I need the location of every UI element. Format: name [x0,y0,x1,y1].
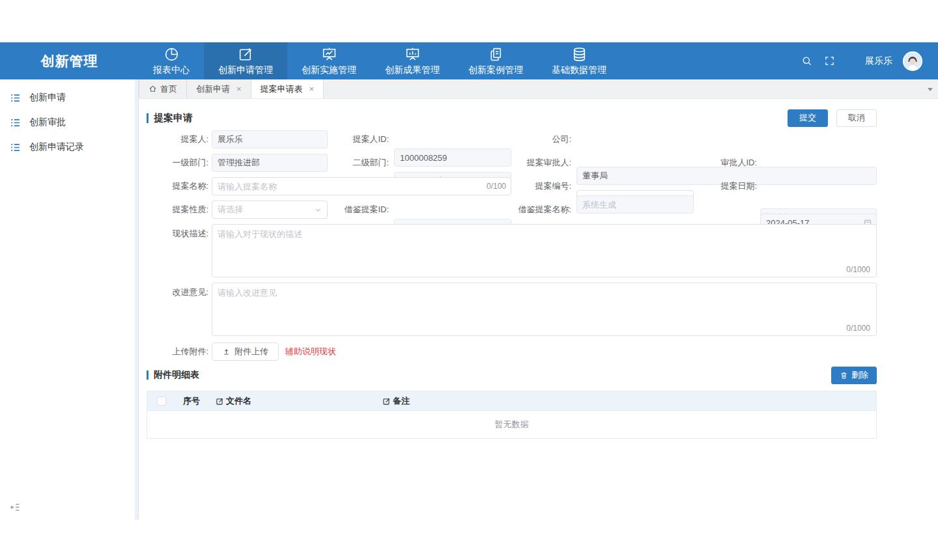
nav-item-label: 创新案例管理 [468,64,523,76]
close-icon[interactable]: × [236,85,242,93]
app-title: 创新管理 [0,42,139,79]
sidebar-item-label: 创新申请记录 [29,141,84,153]
nav-item-innovation-case-mgmt[interactable]: 创新案例管理 [454,42,537,79]
dept2-label: 二级部门: [285,154,389,172]
database-icon [571,46,588,63]
chart-line-board-icon [321,46,337,63]
company-label: 公司: [472,130,571,148]
documents-icon [488,46,504,63]
tab-bar: 首页 创新申请 × 提案申请表 × [139,79,938,99]
pie-chart-icon [163,46,180,63]
proposer-label: 提案人: [147,130,208,148]
edit-icon [382,397,391,406]
list-icon [10,117,21,128]
attachments-table: 序号 文件名 备注 暂无数据 [147,391,877,439]
section-title-bar [147,113,149,123]
proposal-date-label: 提案日期: [661,177,757,195]
sidebar-item-label: 创新审批 [29,117,66,128]
sidebar-collapse-icon[interactable] [9,501,21,513]
main-content: 提案申请 提交 取消 提案人: 提案人ID: [139,100,938,520]
top-header: 创新管理 报表中心 创新申请管理 创新实施管理 [0,42,938,79]
app-window: 创新管理 报表中心 创新申请管理 创新实施管理 [0,42,938,520]
section-title-proposal: 提案申请 [147,112,193,124]
upload-hint-text: 辅助说明现状 [285,346,336,357]
header-right: 展乐乐 [789,42,938,79]
list-icon [10,92,21,104]
upload-attachment-button[interactable]: 附件上传 [212,343,279,361]
form-toolbar: 提案申请 提交 取消 [147,109,877,127]
attachments-table-header: 序号 文件名 备注 [147,391,876,411]
proposal-form: 提案人: 提案人ID: 公司: 一级部门: [147,130,877,361]
tab-list-chevron-icon[interactable] [928,88,933,91]
top-nav: 报表中心 创新申请管理 创新实施管理 创新成果管理 [139,42,621,79]
improvement-counter: 0/1000 [846,324,870,333]
close-icon[interactable]: × [309,85,315,93]
trash-icon [840,371,848,380]
tab-label: 创新申请 [196,83,230,95]
column-header-remark: 备注 [382,391,410,411]
nav-item-base-data-mgmt[interactable]: 基础数据管理 [537,42,621,79]
nav-item-label: 报表中心 [153,64,190,76]
approver-id-label: 审批人ID: [661,154,757,172]
user-avatar[interactable] [903,51,922,71]
nav-item-label: 创新实施管理 [302,64,356,76]
submit-button[interactable]: 提交 [788,109,828,127]
nav-item-innovation-implementation-mgmt[interactable]: 创新实施管理 [287,42,371,79]
sidebar-item-innovation-approval[interactable]: 创新审批 [0,110,138,135]
status-desc-textarea[interactable] [212,224,877,277]
nav-item-innovation-application-mgmt[interactable]: 创新申请管理 [204,42,287,79]
upload-label: 上传附件: [147,343,208,361]
column-header-seq: 序号 [183,391,200,411]
list-icon [10,142,21,153]
nav-item-report-center[interactable]: 报表中心 [139,42,204,79]
nav-item-label: 创新申请管理 [218,64,273,76]
cancel-button[interactable]: 取消 [836,109,877,127]
improvement-label: 改进意见: [147,283,208,298]
tab-label: 提案申请表 [261,83,303,95]
section-title-bar [147,371,149,380]
nav-item-label: 创新成果管理 [385,64,440,76]
status-desc-label: 现状描述: [147,224,208,240]
search-icon[interactable] [801,55,812,66]
proposal-nature-label: 提案性质: [147,201,208,219]
section-title-attachments: 附件明细表 [147,369,199,381]
nav-item-innovation-achievement-mgmt[interactable]: 创新成果管理 [371,42,454,79]
tab-home[interactable]: 首页 [139,79,187,98]
tab-proposal-form[interactable]: 提案申请表 × [251,79,324,98]
edit-icon [238,46,254,63]
tab-label: 首页 [160,83,177,95]
column-header-filename: 文件名 [216,391,251,411]
approver-label: 提案审批人: [472,154,571,172]
sidebar: 创新申请 创新审批 创新申请记录 [0,79,139,520]
sidebar-item-label: 创新申请 [29,92,66,104]
status-desc-counter: 0/1000 [846,265,870,274]
fullscreen-icon[interactable] [824,55,835,66]
proposal-name-label: 提案名称: [147,177,208,195]
proposal-name-field[interactable] [212,177,511,195]
ref-proposal-id-label: 借鉴提案ID: [285,201,389,219]
improvement-textarea[interactable] [212,283,877,336]
proposer-id-label: 提案人ID: [285,130,389,148]
edit-icon [216,397,224,406]
attachments-toolbar: 附件明细表 删除 [147,366,877,384]
upload-icon [222,348,231,356]
sidebar-item-innovation-application-records[interactable]: 创新申请记录 [0,135,138,160]
ref-proposal-name-label: 借鉴提案名称: [472,201,571,219]
home-icon [149,85,157,93]
table-empty-text: 暂无数据 [147,411,876,439]
tab-innovation-application[interactable]: 创新申请 × [187,79,251,98]
user-name[interactable]: 展乐乐 [865,55,892,67]
sidebar-item-innovation-application[interactable]: 创新申请 [0,85,138,110]
dept1-label: 一级部门: [147,154,208,172]
chart-bar-board-icon [405,46,421,63]
proposal-no-label: 提案编号: [472,177,571,195]
nav-item-label: 基础数据管理 [552,64,606,76]
delete-button[interactable]: 删除 [831,367,877,384]
select-all-checkbox[interactable] [157,397,166,406]
